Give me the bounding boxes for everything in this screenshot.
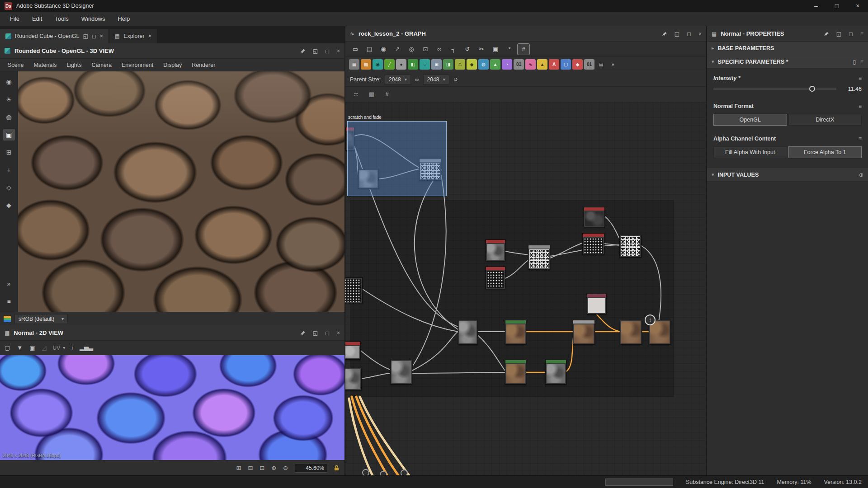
fill-alpha-button[interactable]: Fill Alpha With Input — [713, 146, 787, 158]
zoom-out-icon[interactable]: ⊖ — [283, 465, 288, 471]
view3d-menu-materials[interactable]: Materials — [28, 62, 61, 68]
graph-node[interactable] — [545, 360, 566, 385]
warning-node-icon[interactable]: ▲ — [537, 59, 547, 70]
save-image-icon[interactable]: ▼ — [17, 344, 23, 351]
graph-port[interactable] — [380, 471, 387, 475]
graph-node[interactable] — [390, 360, 412, 385]
blend-node-icon[interactable]: ◨ — [443, 59, 453, 70]
close-icon[interactable]: × — [337, 330, 340, 336]
float-icon[interactable]: ◱ — [836, 31, 841, 37]
layers-icon[interactable]: ≡ — [3, 296, 15, 307]
grid-snap-toggle-icon[interactable]: # — [517, 43, 530, 55]
camera-icon[interactable]: ◉ — [3, 76, 15, 88]
histogram-icon[interactable]: ▂▅▃ — [80, 344, 93, 351]
tile-mode-icon[interactable]: ⊟ — [248, 465, 253, 471]
maximize-icon[interactable]: ◻ — [92, 33, 96, 39]
graph-node[interactable] — [584, 207, 605, 227]
view3d-menu-display[interactable]: Display — [158, 62, 187, 68]
shape-sphere-node-icon[interactable]: ◍ — [478, 59, 489, 70]
slider-knob[interactable] — [809, 86, 815, 92]
shape-node-icon[interactable]: ▲ — [490, 59, 500, 70]
lock-icon[interactable] — [334, 465, 339, 471]
graph-node[interactable] — [486, 239, 505, 261]
tab-explorer[interactable]: ▤ Explorer × — [109, 29, 157, 43]
uv-mode-select[interactable]: UV ▾ — [52, 345, 65, 351]
float-icon[interactable]: ◱ — [83, 33, 88, 39]
minimize-button[interactable]: – — [806, 0, 826, 12]
link-icon[interactable]: ∞ — [433, 43, 446, 55]
tile-sampler-node-icon[interactable]: ◆ — [467, 59, 477, 70]
float-icon[interactable]: ◱ — [313, 330, 318, 336]
more-tools-icon[interactable]: » — [3, 278, 15, 290]
close-icon[interactable]: × — [100, 33, 103, 39]
maximize-icon[interactable]: ◻ — [849, 31, 853, 37]
slope-blur-node-icon[interactable]: ╱ — [384, 59, 395, 70]
graph-canvas[interactable]: scratch and fade↕ — [345, 102, 706, 475]
force-alpha-button[interactable]: Force Alpha To 1 — [788, 146, 862, 158]
close-icon[interactable]: × — [337, 48, 340, 54]
gradient-01-node-icon[interactable]: 01 — [584, 59, 594, 70]
graph-port[interactable] — [401, 469, 408, 475]
3d-viewport[interactable] — [18, 71, 344, 312]
float-icon[interactable]: ◱ — [675, 31, 679, 37]
graph-node[interactable] — [582, 233, 604, 255]
parameter-menu-icon[interactable]: ≡ — [859, 103, 862, 109]
2d-viewport[interactable]: 2048 x 2048 (RGBA 16bpc) — [0, 355, 344, 460]
section-base-parameters[interactable]: ▸ BASE PARAMETERS — [707, 42, 868, 55]
graph-node[interactable] — [505, 320, 526, 345]
graph-node[interactable] — [345, 342, 361, 360]
menu-edit[interactable]: Edit — [26, 12, 48, 26]
intensity-slider[interactable]: 11.46 — [707, 84, 868, 97]
graph-node[interactable] — [573, 320, 595, 345]
colorspace-select[interactable]: sRGB (default) ▾ — [14, 314, 68, 324]
float-icon[interactable]: ◱ — [313, 48, 318, 54]
rotate-icon[interactable]: ↺ — [461, 43, 474, 55]
opengl-button[interactable]: OpenGL — [713, 114, 787, 126]
scissors-icon[interactable]: ✂ — [475, 43, 488, 55]
panel-menu-icon[interactable]: ≡ — [860, 31, 863, 37]
uniform-color-node-icon[interactable]: ▩ — [361, 59, 371, 70]
pan-icon[interactable]: + — [3, 164, 15, 176]
info-icon[interactable]: i — [71, 344, 73, 351]
snap-grid-icon[interactable]: # — [381, 89, 393, 100]
graph-node[interactable] — [620, 320, 642, 345]
overflow-icon[interactable]: » — [608, 59, 618, 70]
intensity-value[interactable]: 11.46 — [842, 86, 862, 92]
channel-shuffle-node-icon[interactable]: ⊞ — [431, 59, 442, 70]
section-specific-parameters[interactable]: ▾ SPECIFIC PARAMETERS * ▯ ≡ — [707, 55, 868, 69]
graph-node[interactable] — [486, 267, 505, 289]
view3d-menu-scene[interactable]: Scene — [3, 62, 28, 68]
graph-node[interactable] — [528, 245, 550, 270]
close-button[interactable]: × — [847, 0, 868, 12]
new-view-icon[interactable]: ▢ — [5, 344, 10, 351]
graph-node[interactable] — [345, 277, 363, 303]
fit-view-icon[interactable]: ⊡ — [259, 465, 264, 471]
levels-node-icon[interactable]: ● — [396, 59, 406, 70]
pin-icon[interactable] — [662, 31, 667, 37]
value-01-node-icon[interactable]: 01 — [514, 59, 524, 70]
gradient-map-node-icon[interactable]: ◧ — [408, 59, 418, 70]
center-view-icon[interactable]: ⊕ — [271, 465, 276, 471]
image-icon[interactable]: ▣ — [489, 43, 502, 55]
graph-node[interactable] — [619, 235, 642, 258]
zoom-input[interactable] — [295, 464, 327, 473]
directx-button[interactable]: DirectX — [788, 114, 862, 126]
maximize-icon[interactable]: ◻ — [325, 330, 330, 336]
preset-icon[interactable]: ▯ — [853, 59, 856, 65]
view3d-menu-renderer[interactable]: Renderer — [187, 62, 220, 68]
maximize-icon[interactable]: ◻ — [325, 48, 330, 54]
parameter-menu-icon[interactable]: ≡ — [860, 59, 863, 65]
section-input-values[interactable]: ▾ INPUT VALUES ⊕ — [707, 168, 868, 182]
export-icon[interactable]: ↗ — [391, 43, 404, 55]
magic-wand-icon[interactable]: * — [503, 43, 516, 55]
grid-icon[interactable]: ⊞ — [236, 465, 241, 471]
parameter-menu-icon[interactable]: ≡ — [859, 75, 862, 81]
menu-help[interactable]: Help — [111, 12, 136, 26]
graph-node[interactable] — [345, 368, 362, 390]
bitmap-node-icon[interactable]: ▦ — [349, 59, 359, 70]
frame-node-icon[interactable]: ▢ — [561, 59, 571, 70]
pinned-items-icon[interactable]: ▤ — [596, 59, 606, 70]
curve-node-icon[interactable]: ○ — [420, 59, 430, 70]
graph-node[interactable] — [458, 320, 478, 345]
uv-grid-icon[interactable]: ⊞ — [3, 146, 15, 158]
